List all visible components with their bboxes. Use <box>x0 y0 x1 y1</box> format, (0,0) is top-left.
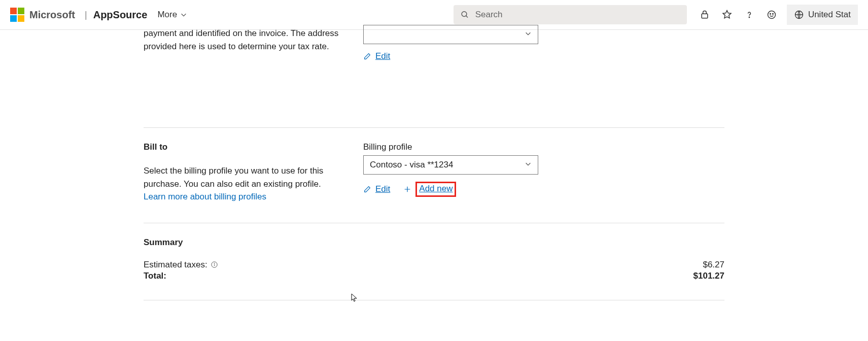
add-new-label: Add new <box>419 184 453 193</box>
plus-icon <box>403 185 411 193</box>
summary-row-total: Total: $101.27 <box>144 271 724 281</box>
smile-icon[interactable] <box>767 10 777 20</box>
star-icon[interactable] <box>722 10 732 20</box>
edit-icon <box>363 52 371 60</box>
summary-value: $6.27 <box>674 260 724 270</box>
search-icon <box>461 10 469 19</box>
microsoft-logo-link[interactable]: Microsoft <box>10 8 75 22</box>
more-label: More <box>157 10 177 20</box>
bill-to-title: Bill to <box>144 142 343 152</box>
svg-point-2 <box>749 17 749 17</box>
sold-to-edit-link[interactable]: Edit <box>363 51 390 61</box>
summary-label: Estimated taxes: <box>144 260 207 270</box>
lock-icon[interactable] <box>700 10 710 20</box>
billing-profile-label: Billing profile <box>363 142 724 152</box>
billing-add-new-link[interactable]: Add new <box>403 182 456 197</box>
microsoft-label: Microsoft <box>29 9 75 21</box>
bill-to-description: Select the billing profile you want to u… <box>144 164 343 203</box>
microsoft-logo-icon <box>10 8 24 22</box>
summary-value: $101.27 <box>674 271 724 281</box>
bill-to-section: Bill to Select the billing profile you w… <box>144 128 724 223</box>
help-icon[interactable] <box>744 10 754 20</box>
summary-title: Summary <box>144 237 724 248</box>
edit-icon <box>363 185 371 193</box>
summary-label: Total: <box>144 271 166 281</box>
sold-to-section: payment and identified on the invoice. T… <box>144 30 724 128</box>
billing-edit-link[interactable]: Edit <box>363 184 390 194</box>
add-new-highlight: Add new <box>415 182 456 197</box>
summary-section: Summary Estimated taxes: $6.27 Total: $1… <box>144 223 724 300</box>
svg-rect-1 <box>702 14 708 18</box>
billing-profile-select[interactable]: Contoso - visa **1234 <box>363 155 538 175</box>
chevron-down-icon <box>525 29 532 40</box>
sold-to-description: payment and identified on the invoice. T… <box>144 27 343 53</box>
region-button[interactable]: United Stat <box>787 5 858 25</box>
info-icon[interactable] <box>211 261 218 268</box>
svg-point-4 <box>770 14 771 15</box>
chevron-down-icon <box>180 11 187 18</box>
search-input[interactable] <box>475 10 680 20</box>
svg-point-0 <box>462 12 467 17</box>
header-divider: | <box>85 10 87 20</box>
billing-profile-value: Contoso - visa **1234 <box>370 160 453 170</box>
search-box[interactable] <box>454 5 687 24</box>
header-icon-group <box>700 10 777 20</box>
svg-point-8 <box>214 263 215 264</box>
summary-row-taxes: Estimated taxes: $6.27 <box>144 260 724 270</box>
chevron-down-icon <box>525 160 532 170</box>
edit-label: Edit <box>375 51 390 61</box>
globe-icon <box>794 10 804 20</box>
sold-to-select[interactable] <box>363 25 538 44</box>
edit-label: Edit <box>375 184 390 194</box>
svg-point-5 <box>773 14 774 15</box>
learn-more-link[interactable]: Learn more about billing profiles <box>144 192 266 201</box>
more-button[interactable]: More <box>157 10 187 20</box>
appsource-link[interactable]: AppSource <box>93 9 148 21</box>
svg-point-3 <box>768 11 775 19</box>
checkout-content: payment and identified on the invoice. T… <box>0 30 868 300</box>
region-label: United Stat <box>808 10 851 20</box>
